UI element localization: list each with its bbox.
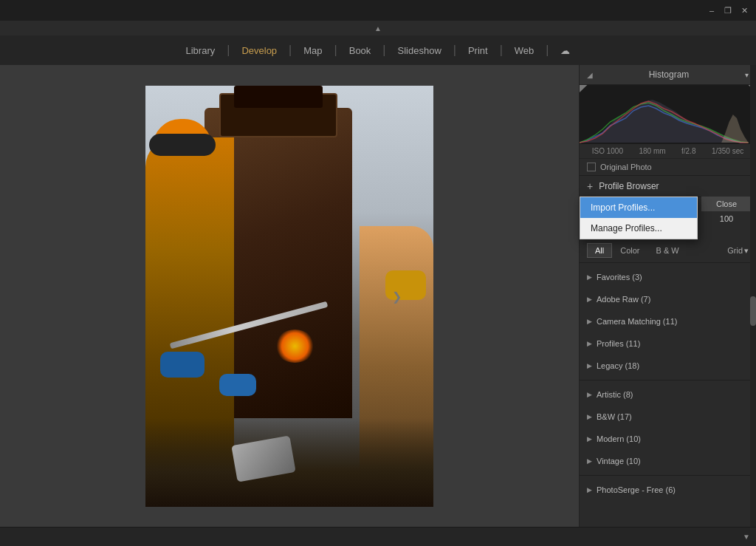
filter-tab-color[interactable]: Color: [612, 243, 647, 258]
profile-group-bw: ▶ B&W (17): [580, 406, 756, 428]
group-name-legacy: Legacy (18): [597, 361, 639, 370]
nav-develop[interactable]: Develop: [230, 35, 289, 65]
profile-group-item[interactable]: ▶ PhotoSerge - Free (6): [580, 482, 756, 498]
grid-label: Grid: [727, 246, 743, 255]
profile-dropdown-menu: Import Profiles... Manage Profiles...: [580, 197, 698, 239]
histogram-header: ◢ Histogram ▾: [580, 65, 756, 85]
profile-group-vintage: ▶ Vintage (10): [580, 450, 756, 472]
profile-group-favorites: ▶ Favorites (3): [580, 266, 756, 288]
nav-book[interactable]: Book: [337, 35, 383, 65]
glove-left: [160, 352, 205, 378]
expand-panel-arrow[interactable]: ▼: [743, 533, 750, 541]
profile-divider-2: [580, 475, 756, 476]
histogram-canvas: [580, 85, 756, 144]
profile-group-profiles: ▶ Profiles (11): [580, 332, 756, 355]
profile-group-item[interactable]: ▶ Legacy (18): [580, 358, 756, 374]
close-amount-area: Close 100: [697, 197, 756, 223]
filter-tabs-spacer: All Color B & W Grid ▾: [580, 239, 756, 263]
group-name-adobe-raw: Adobe Raw (7): [597, 295, 650, 304]
machine-funnel: [234, 86, 323, 108]
nav-bar: Library | Develop | Map | Book | Slidesh…: [0, 35, 756, 65]
bottom-bar: ▼: [0, 527, 756, 546]
main-content: ❯ ◢ Histogram ▾: [0, 65, 756, 527]
profile-group-item[interactable]: ▶ Favorites (3): [580, 269, 756, 285]
title-bar: – ❐ ✕: [0, 0, 756, 21]
group-arrow-artistic: ▶: [587, 391, 592, 398]
group-name-vintage: Vintage (10): [597, 457, 641, 465]
group-name-artistic: Artistic (8): [597, 390, 633, 399]
close-profile-browser-button[interactable]: Close: [701, 197, 752, 211]
nav-library[interactable]: Library: [174, 35, 227, 65]
meta-focal: 180 mm: [639, 147, 665, 155]
minimize-button[interactable]: –: [706, 4, 718, 16]
molten-glow: [275, 330, 315, 363]
nav-cloud[interactable]: ☁: [549, 35, 582, 65]
right-expand-arrow[interactable]: ❯: [392, 289, 402, 303]
profile-group-legacy: ▶ Legacy (18): [580, 355, 756, 377]
meta-shutter: 1/350 sec: [712, 147, 743, 155]
group-name-modern: Modern (10): [597, 434, 641, 443]
scrollbar-thumb[interactable]: [750, 296, 756, 326]
photo-container: [145, 86, 433, 507]
original-photo-label: Original Photo: [600, 163, 652, 171]
close-button[interactable]: ✕: [738, 4, 750, 16]
profile-group-item[interactable]: ▶ Modern (10): [580, 431, 756, 447]
profile-divider-1: [580, 380, 756, 381]
nav-map[interactable]: Map: [292, 35, 334, 65]
group-arrow-vintage: ▶: [587, 457, 592, 465]
restore-button[interactable]: ❐: [722, 4, 734, 16]
histogram-meta: ISO 1000 180 mm f/2.8 1/350 sec: [580, 144, 756, 159]
profile-group-item[interactable]: ▶ Camera Matching (11): [580, 313, 756, 330]
nav-web[interactable]: Web: [503, 35, 546, 65]
group-arrow-profiles: ▶: [587, 340, 592, 347]
dropdown-import-profiles[interactable]: Import Profiles...: [580, 197, 697, 218]
dropdown-manage-profiles[interactable]: Manage Profiles...: [580, 218, 697, 239]
group-name-camera: Camera Matching (11): [597, 317, 677, 326]
meta-aperture: f/2.8: [681, 147, 695, 155]
top-arrow-bar[interactable]: ▲: [0, 21, 756, 35]
histogram-title: Histogram: [649, 69, 690, 80]
profile-amount-value: 100: [720, 214, 733, 223]
group-arrow-legacy: ▶: [587, 362, 592, 369]
histogram-svg: [580, 85, 756, 144]
group-arrow-favorites: ▶: [587, 273, 592, 281]
nav-print[interactable]: Print: [456, 35, 500, 65]
collapse-panel-arrow[interactable]: ▲: [374, 24, 382, 33]
profile-group-item[interactable]: ▶ Profiles (11): [580, 335, 756, 352]
profile-group-item[interactable]: ▶ B&W (17): [580, 409, 756, 425]
nav-slideshow[interactable]: Slideshow: [386, 35, 453, 65]
profile-list: ▶ Favorites (3) ▶ Adobe Raw (7) ▶ Camera…: [580, 263, 756, 527]
grid-dropdown[interactable]: Grid ▾: [727, 246, 749, 256]
grid-arrow-icon: ▾: [744, 246, 749, 256]
right-scrollbar[interactable]: [750, 65, 756, 527]
profile-group-modern: ▶ Modern (10): [580, 428, 756, 450]
face-shield: [149, 134, 216, 156]
photo-area: ❯: [0, 65, 579, 527]
filter-tab-bw[interactable]: B & W: [648, 243, 687, 258]
group-arrow-modern: ▶: [587, 435, 592, 443]
group-name-photoserge: PhotoSerge - Free (6): [597, 485, 676, 494]
profile-group-artistic: ▶ Artistic (8): [580, 383, 756, 406]
original-photo-checkbox[interactable]: [587, 163, 596, 171]
group-arrow-adobe-raw: ▶: [587, 296, 592, 303]
profile-group-item[interactable]: ▶ Artistic (8): [580, 386, 756, 403]
profile-group-photoserge: ▶ PhotoSerge - Free (6): [580, 479, 756, 501]
profile-group-adobe-raw: ▶ Adobe Raw (7): [580, 288, 756, 310]
profile-group-camera-matching: ▶ Camera Matching (11): [580, 310, 756, 332]
group-name-favorites: Favorites (3): [597, 273, 642, 281]
histogram-menu-arrow[interactable]: ▾: [745, 71, 749, 79]
group-arrow-bw: ▶: [587, 413, 592, 420]
filter-tabs: All Color B & W Grid ▾: [580, 239, 756, 263]
photo-scene: [145, 86, 433, 507]
profile-group-item[interactable]: ▶ Adobe Raw (7): [580, 291, 756, 307]
profile-group-item[interactable]: ▶ Vintage (10): [580, 453, 756, 469]
group-name-profiles: Profiles (11): [597, 339, 640, 348]
profile-browser-header: + Profile Browser: [580, 176, 756, 197]
meta-iso: ISO 1000: [592, 147, 623, 155]
group-arrow-camera: ▶: [587, 318, 592, 325]
filter-tab-all[interactable]: All: [587, 243, 612, 258]
group-name-bw: B&W (17): [597, 412, 632, 421]
original-photo-row: Original Photo: [580, 159, 756, 176]
histogram-corner-indicator: ◢: [587, 71, 593, 79]
add-profile-icon[interactable]: +: [587, 180, 593, 192]
